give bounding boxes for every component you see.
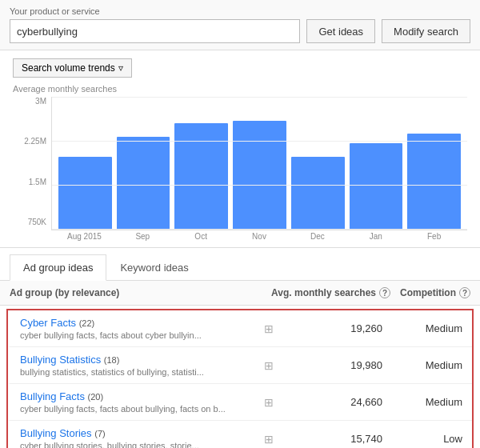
x-label-feb: Feb xyxy=(407,232,461,241)
bars-inner xyxy=(51,97,467,230)
bars-container: Aug 2015 Sep Oct Nov Dec Jan Feb xyxy=(51,97,467,241)
x-label-jan: Jan xyxy=(349,232,402,241)
mini-chart-icon-4: ⊞ xyxy=(264,433,274,446)
row-keywords-cyber-facts: cyber bullying facts, facts about cyber … xyxy=(20,330,252,340)
top-bar: Your product or service Get ideas Modify… xyxy=(0,0,480,50)
chart-axis-label: Average monthly searches xyxy=(13,84,467,94)
get-ideas-button[interactable]: Get ideas xyxy=(306,19,375,43)
bar-dec-rect xyxy=(291,157,345,230)
competition-info-icon[interactable]: ? xyxy=(459,287,470,298)
col-header-monthly: Avg. monthly searches ? xyxy=(270,287,390,298)
row-chart-icon-bullying-statistics[interactable]: ⊞ xyxy=(259,359,278,372)
mini-chart-icon-3: ⊞ xyxy=(264,396,274,409)
row-title-bullying-stories[interactable]: Bullying Stories (7) xyxy=(20,427,259,439)
chart-section: Search volume trends ▿ Average monthly s… xyxy=(0,50,480,248)
row-content-bullying-facts: Bullying Facts (20) cyber bullying facts… xyxy=(20,390,259,414)
mini-chart-icon-2: ⊞ xyxy=(264,359,274,372)
bar-nov xyxy=(233,97,286,230)
chart-area: 3M 2.25M 1.5M 750K xyxy=(13,97,467,241)
y-label-750k: 750K xyxy=(28,218,46,226)
row-content-bullying-statistics: Bullying Statistics (18) bullying statis… xyxy=(20,354,259,377)
row-title-bullying-facts[interactable]: Bullying Facts (20) xyxy=(20,390,259,402)
chart-title-label: Search volume trends xyxy=(22,62,115,74)
x-label-nov: Nov xyxy=(233,232,286,241)
y-label-15m: 1.5M xyxy=(29,178,46,186)
col-header-group: Ad group (by relevance) xyxy=(10,287,270,298)
bar-sep-rect xyxy=(117,137,170,230)
x-label-aug: Aug 2015 xyxy=(58,232,111,241)
table-header: Ad group (by relevance) Avg. monthly sea… xyxy=(0,281,480,306)
y-label-3m: 3M xyxy=(35,97,46,106)
row-content-cyber-facts: Cyber Facts (22) cyber bullying facts, f… xyxy=(20,317,259,340)
table-row-bullying-stories: Bullying Stories (7) cyber bullying stor… xyxy=(8,421,472,448)
bar-oct xyxy=(174,97,228,230)
row-monthly-bullying-statistics: 19,980 xyxy=(278,359,382,371)
table-section: Ad group (by relevance) Avg. monthly sea… xyxy=(0,281,480,448)
x-label-sep: Sep xyxy=(116,232,170,241)
table-row-bullying-facts: Bullying Facts (20) cyber bullying facts… xyxy=(8,384,472,421)
row-monthly-cyber-facts: 19,260 xyxy=(278,322,382,334)
bar-aug xyxy=(58,97,112,230)
bar-dec xyxy=(291,97,345,230)
row-title-bullying-statistics[interactable]: Bullying Statistics (18) xyxy=(20,354,259,366)
mini-chart-icon: ⊞ xyxy=(264,322,274,335)
row-competition-cyber-facts: Medium xyxy=(382,322,462,334)
bar-oct-rect xyxy=(174,123,228,230)
row-chart-icon-bullying-stories[interactable]: ⊞ xyxy=(259,433,278,446)
modify-search-button[interactable]: Modify search xyxy=(382,19,470,43)
product-input[interactable] xyxy=(10,19,300,43)
row-monthly-bullying-facts: 24,660 xyxy=(278,396,382,408)
x-labels: Aug 2015 Sep Oct Nov Dec Jan Feb xyxy=(51,230,467,241)
table-row-cyber-facts: Cyber Facts (22) cyber bullying facts, f… xyxy=(8,310,472,347)
row-keywords-bullying-statistics: bullying statistics, statistics of bully… xyxy=(20,367,252,377)
table-row-bullying-statistics: Bullying Statistics (18) bullying statis… xyxy=(8,347,472,384)
product-label: Your product or service xyxy=(10,6,470,16)
row-competition-bullying-statistics: Medium xyxy=(382,359,462,371)
x-label-dec: Dec xyxy=(290,232,344,241)
chart-title-button[interactable]: Search volume trends ▿ xyxy=(13,58,132,78)
row-title-cyber-facts[interactable]: Cyber Facts (22) xyxy=(20,317,259,329)
bar-jan-rect xyxy=(350,143,403,230)
bar-nov-rect xyxy=(233,121,286,230)
row-monthly-bullying-stories: 15,740 xyxy=(278,433,382,445)
row-keywords-bullying-facts: cyber bullying facts, facts about bullyi… xyxy=(20,404,252,414)
bar-jan xyxy=(350,97,403,230)
table-body: Cyber Facts (22) cyber bullying facts, f… xyxy=(6,309,474,448)
row-keywords-bullying-stories: cyber bullying stories, bullying stories… xyxy=(20,441,252,448)
row-competition-bullying-facts: Medium xyxy=(382,396,462,408)
tabs-section: Ad group ideas Keyword ideas xyxy=(0,248,480,281)
row-chart-icon-bullying-facts[interactable]: ⊞ xyxy=(259,396,278,409)
row-competition-bullying-stories: Low xyxy=(382,433,462,445)
chevron-down-icon: ▿ xyxy=(118,62,123,74)
monthly-info-icon[interactable]: ? xyxy=(379,287,390,298)
col-header-competition: Competition ? xyxy=(390,287,470,298)
bar-aug-rect xyxy=(58,157,112,230)
bar-sep xyxy=(117,97,170,230)
row-content-bullying-stories: Bullying Stories (7) cyber bullying stor… xyxy=(20,427,259,448)
row-chart-icon-cyber-facts[interactable]: ⊞ xyxy=(259,322,278,335)
bar-feb-rect xyxy=(407,134,461,230)
tabs: Ad group ideas Keyword ideas xyxy=(0,254,480,280)
tab-keyword-ideas[interactable]: Keyword ideas xyxy=(106,254,202,280)
y-label-225m: 2.25M xyxy=(24,137,46,146)
y-axis: 3M 2.25M 1.5M 750K xyxy=(13,97,51,241)
x-label-oct: Oct xyxy=(174,232,228,241)
tab-ad-group-ideas[interactable]: Ad group ideas xyxy=(10,254,106,281)
bar-feb xyxy=(407,97,461,230)
